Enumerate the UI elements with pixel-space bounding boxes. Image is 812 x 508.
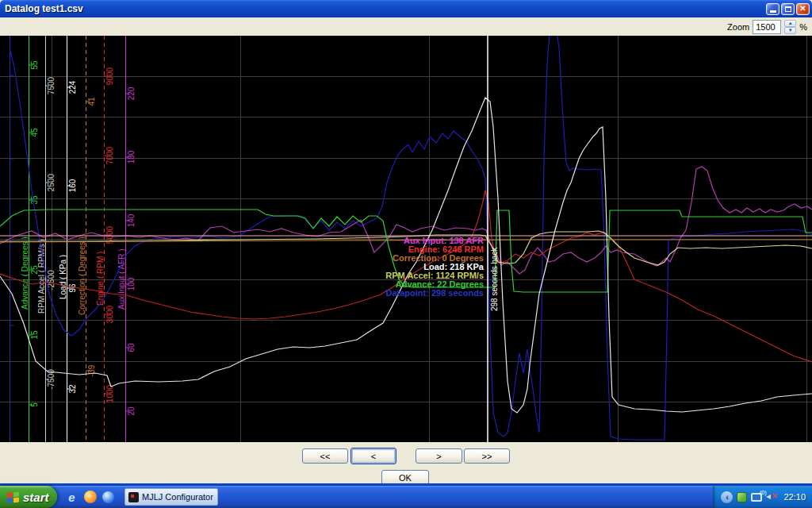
tick-label-load: 224 — [68, 80, 77, 94]
tray-clock: 22:10 — [783, 492, 806, 502]
first-page-button[interactable]: << — [302, 448, 348, 464]
datalog-chart[interactable]: 55453525155Advance ( Degrees )75002500-2… — [0, 36, 812, 442]
prev-page-button[interactable]: < — [350, 448, 396, 464]
title-bar: Datalog test1.csv ✕ — [0, 0, 812, 17]
axis-label-advance: Advance ( Degrees ) — [21, 237, 29, 310]
tick-label-aux-input: 180 — [127, 150, 136, 164]
tray-chevron-icon[interactable]: ‹ — [721, 491, 733, 503]
tray-mute-icon[interactable] — [766, 492, 776, 502]
tooltip-line: Datapoint: 298 seconds — [386, 288, 484, 298]
messenger-icon[interactable] — [102, 491, 115, 504]
firefox-icon[interactable] — [83, 491, 97, 504]
tick-label-engine: 3000 — [105, 305, 114, 323]
tick-label-aux-input: 140 — [127, 214, 136, 227]
quick-launch: e — [57, 491, 121, 504]
tick-label-rpm-accel: 2500 — [47, 173, 56, 191]
axis-label-load: Load ( KPa ) — [59, 255, 67, 299]
tick-label-advance: 55 — [30, 60, 39, 70]
zoom-label: Zoom — [727, 22, 749, 32]
tick-label-load: 32 — [68, 384, 77, 394]
tick-label-advance: 15 — [30, 330, 39, 340]
tick-label-aux-input: 100 — [127, 277, 136, 291]
tick-label-advance: 5 — [30, 402, 39, 407]
last-page-button[interactable]: >> — [464, 448, 510, 464]
tick-label-load: 160 — [68, 179, 77, 192]
taskbar: start e MJLJ Configurator V3... ‹ (0) 22… — [0, 486, 812, 508]
tray-badge: (0) — [760, 490, 767, 495]
spinner-up-icon[interactable]: ▲ — [784, 20, 796, 27]
mjlj-app-icon — [128, 492, 139, 502]
tick-label-correction: -39 — [87, 364, 96, 376]
minimize-icon — [770, 10, 776, 13]
close-icon: ✕ — [799, 5, 806, 13]
restore-icon — [785, 6, 791, 12]
percent-label: % — [799, 22, 807, 32]
ie-icon[interactable]: e — [65, 491, 79, 504]
tick-label-aux-input: 20 — [127, 406, 136, 416]
spinner-down-icon[interactable]: ▼ — [784, 27, 796, 34]
task-button-label: MJLJ Configurator V3... — [142, 492, 214, 502]
axis-label-engine: Engine ( RPM ) — [96, 252, 105, 306]
close-button[interactable]: ✕ — [796, 3, 810, 15]
tick-label-rpm-accel: 7500 — [47, 76, 56, 94]
tick-label-correction: 41 — [87, 97, 96, 106]
tray-network-icon[interactable]: (0) — [751, 493, 762, 502]
restore-button[interactable] — [781, 3, 795, 15]
chart-area[interactable]: 55453525155Advance ( Degrees )75002500-2… — [0, 36, 812, 442]
tray-green-app-icon[interactable] — [737, 492, 747, 502]
start-label: start — [23, 491, 49, 504]
next-page-button[interactable]: > — [416, 448, 462, 464]
windows-flag-icon — [6, 491, 20, 503]
axis-label-correction: Correction ( Degrees ) — [78, 237, 86, 315]
cursor-label: 298 seconds back — [490, 246, 499, 311]
zoom-input[interactable] — [753, 20, 781, 34]
zoom-toolbar: Zoom ▲ ▼ % — [0, 17, 812, 36]
task-button-mjlj[interactable]: MJLJ Configurator V3... — [124, 488, 218, 506]
tick-label-aux-input: 60 — [127, 343, 136, 352]
start-button[interactable]: start — [0, 486, 57, 508]
minimize-button[interactable] — [766, 3, 779, 15]
tick-label-engine: 7000 — [105, 146, 114, 164]
zoom-spinner: ▲ ▼ — [784, 20, 796, 34]
tick-label-engine: 1000 — [105, 384, 114, 402]
datalog-window: Datalog test1.csv ✕ Zoom ▲ ▼ % 554535251… — [0, 0, 812, 486]
tick-label-aux-input: 220 — [127, 87, 136, 100]
tick-label-advance: 35 — [30, 195, 39, 205]
window-title: Datalog test1.csv — [5, 3, 764, 14]
system-tray: ‹ (0) 22:10 — [713, 486, 812, 508]
tick-label-engine: 9000 — [105, 67, 114, 85]
tick-label-advance: 45 — [30, 128, 39, 137]
